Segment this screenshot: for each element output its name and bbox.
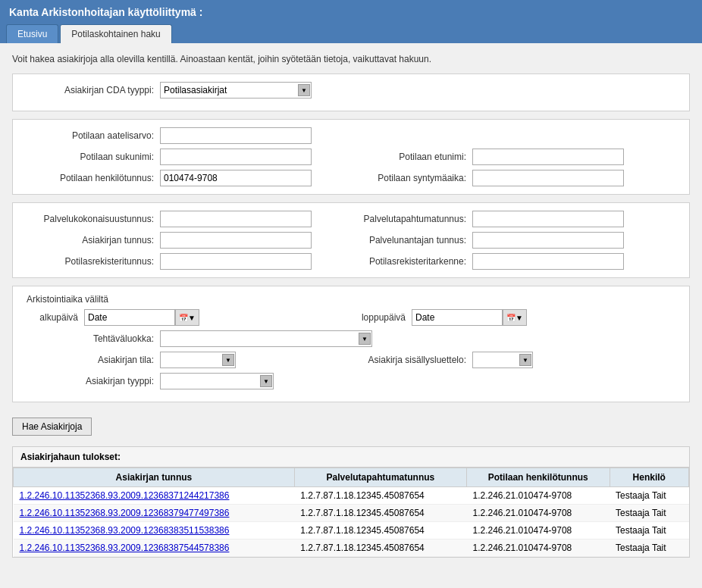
alkupaiva-wrapper: 📅▼ [84,309,199,326]
alkupaiva-input[interactable] [84,309,175,326]
results-header: Asiakirjahaun tulokset: [13,447,689,468]
tehtavalluokka-select[interactable] [160,330,372,347]
sukunimi-label: Potilaan sukunimi: [24,152,160,162]
sukunimi-etunimi-row: Potilaan sukunimi: Potilaan etunimi: [24,149,678,165]
potilasrekisteritunnus-col: Potilasrekisteritunnus: [24,253,351,270]
asiakirjan-tila-select-wrapper: ▼ [160,352,236,368]
potilasrekisteritarkenne-label: Potilasrekisteritarkenne: [351,256,472,267]
henkilotunnus-syntymaaika-row: Potilaan henkilötunnus: Potilaan syntymä… [24,170,678,186]
cda-type-row: Asiakirjan CDA tyyppi: Potilasasiakirjat… [24,82,678,99]
tab-bar: Etusivu Potilaskohtainen haku [0,24,702,43]
palvelutapahtumatunnus-label: Palvelutapahtumatunnus: [351,214,472,224]
cell-henkilo: Testaaja Tait [610,522,688,540]
aatelisarvo-input[interactable] [160,127,312,144]
loppupaiva-input[interactable] [412,309,503,326]
asiakirjan-tila-select[interactable] [160,352,236,368]
asiakirjan-tyyppi-select[interactable] [160,373,274,389]
doc-link[interactable]: 1.2.246.10.11352368.93.2009.123683794774… [20,508,230,518]
syntymaaika-input[interactable] [472,170,624,186]
sisallysluettelo-select[interactable] [472,352,533,368]
sukunimi-input[interactable] [160,149,312,165]
tehtavalluokka-select-wrapper: ▼ [160,330,372,347]
henkilotunnus-input[interactable] [160,170,312,186]
cda-type-select[interactable]: Potilasasiakirjat [160,82,312,99]
tab-etusivu[interactable]: Etusivu [6,24,58,43]
cell-tunnus: 1.2.246.10.11352368.93.2009.123683712442… [14,487,295,505]
app-title: Kanta Arkistonhoitajan käyttöliittymä : [0,0,702,24]
cell-tunnus: 1.2.246.10.11352368.93.2009.123683794774… [14,505,295,522]
potilasrekisteritunnus-label: Potilasrekisteritunnus: [24,256,160,267]
cell-henkilo: Testaaja Tait [610,487,688,505]
potilasrekisteritarkenne-input[interactable] [472,253,624,270]
asiakirjan-tunnus-col: Asiakirjan tunnus: [24,232,351,249]
asiakirjan-tyyppi-select-wrapper: ▼ [160,373,274,389]
henkilotunnus-label: Potilaan henkilötunnus: [24,173,160,183]
arkistointiaika-label: Arkistointiaika väliltä [27,294,678,305]
doc-link[interactable]: 1.2.246.10.11352368.93.2009.123683712442… [20,490,230,501]
col-header-henkilo: Henkilö [610,468,688,487]
col-header-palvelutapahtuma: Palvelutapahtumatunnus [294,468,466,487]
alkupaiva-calendar-button[interactable]: 📅▼ [175,309,199,326]
col-header-tunnus: Asiakirjan tunnus [14,468,295,487]
document-ids-section: Palvelukokonaisuustunnus: Palvelutapahtu… [12,202,690,278]
cda-type-label: Asiakirjan CDA tyyppi: [24,85,160,95]
loppupaiva-col: loppupäivä 📅▼ [351,309,678,326]
table-row: 1.2.246.10.11352368.93.2009.123683835115… [14,522,689,540]
cell-henkilotunnus: 1.2.246.21.010474-9708 [466,505,610,522]
cell-tunnus: 1.2.246.10.11352368.93.2009.123683835115… [14,522,295,540]
sukunimi-col: Potilaan sukunimi: [24,149,351,165]
cell-henkilotunnus: 1.2.246.21.010474-9708 [466,522,610,540]
cell-palvelutapahtuma: 1.2.7.87.1.18.12345.45087654 [294,540,466,557]
syntymaaika-label: Potilaan syntymäaika: [351,173,472,183]
palvelukokonaisuus-palvelutapahtuma-row: Palvelukokonaisuustunnus: Palvelutapahtu… [24,211,678,227]
alkupaiva-col: alkupäivä 📅▼ [24,309,351,326]
palvelukokonaisuus-col: Palvelukokonaisuustunnus: [24,211,351,227]
cell-henkilo: Testaaja Tait [610,540,688,557]
tehtavalluokka-label: Tehtäväluokka: [24,333,160,344]
palvelunantaja-col: Palvelunantajan tunnus: [351,232,678,249]
description-text: Voit hakea asiakirjoja alla olevilla ken… [12,54,690,64]
loppupaiva-calendar-button[interactable]: 📅▼ [503,309,527,326]
asiakirjan-tila-label: Asiakirjan tila: [24,355,160,365]
patient-fields-section: Potilaan aatelisarvo: Potilaan sukunimi:… [12,119,690,195]
main-content: Voit hakea asiakirjoja alla olevilla ken… [0,43,702,568]
sisallysluettelo-label: Asiakirja sisällysluettelo: [351,355,472,365]
aatelisarvo-label: Potilaan aatelisarvo: [24,130,160,141]
calendar-icon: 📅 [179,314,188,322]
dates-row: alkupäivä 📅▼ loppupäivä 📅▼ [24,309,678,326]
asiakirjan-tunnus-input[interactable] [160,232,312,249]
doc-link[interactable]: 1.2.246.10.11352368.93.2009.123683835115… [20,525,230,536]
cda-type-select-wrapper: Potilasasiakirjat ▼ [160,82,312,99]
tila-col: Asiakirjan tila: ▼ [24,352,351,368]
loppupaiva-label: loppupäivä [351,312,412,323]
cell-henkilo: Testaaja Tait [610,505,688,522]
palvelunantajan-tunnus-input[interactable] [472,232,624,249]
cda-type-section: Asiakirjan CDA tyyppi: Potilasasiakirjat… [12,74,690,111]
cell-palvelutapahtuma: 1.2.7.87.1.18.12345.45087654 [294,522,466,540]
search-button[interactable]: Hae Asiakirjoja [12,418,92,436]
aatelisarvo-row: Potilaan aatelisarvo: [24,127,678,144]
tila-sisallys-row: Asiakirjan tila: ▼ Asiakirja sisällyslue… [24,352,678,368]
doc-link[interactable]: 1.2.246.10.11352368.93.2009.123683875445… [20,543,230,553]
asiakirjan-tyyppi-row: Asiakirjan tyyppi: ▼ [24,373,678,389]
cell-henkilotunnus: 1.2.246.21.010474-9708 [466,540,610,557]
etunimi-input[interactable] [472,149,624,165]
palvelutapahtumatunnus-input[interactable] [472,211,624,227]
palvelukokonaisuustunnus-input[interactable] [160,211,312,227]
asiakirjan-tunnus-label: Asiakirjan tunnus: [24,235,160,246]
henkilotunnus-col: Potilaan henkilötunnus: [24,170,351,186]
syntymaaika-col: Potilaan syntymäaika: [351,170,678,186]
sisallys-col: Asiakirja sisällysluettelo: ▼ [351,352,678,368]
tehtavalluokka-row: Tehtäväluokka: ▼ [24,330,678,347]
potilasrekisteritunnus-input[interactable] [160,253,312,270]
palvelunantajan-tunnus-label: Palvelunantajan tunnus: [351,235,472,246]
asiakirjan-tyyppi-label: Asiakirjan tyyppi: [24,376,160,386]
potilasrekisteritarkenne-col: Potilasrekisteritarkenne: [351,253,678,270]
palvelutapahtuma-col: Palvelutapahtumatunnus: [351,211,678,227]
potilasrekisteri-row: Potilasrekisteritunnus: Potilasrekisteri… [24,253,678,270]
filters-section: Arkistointiaika väliltä alkupäivä 📅▼ lop… [12,286,690,402]
tab-potilaskohtainen[interactable]: Potilaskohtainen haku [60,24,171,43]
cell-palvelutapahtuma: 1.2.7.87.1.18.12345.45087654 [294,505,466,522]
cell-tunnus: 1.2.246.10.11352368.93.2009.123683875445… [14,540,295,557]
alkupaiva-label: alkupäivä [24,312,84,323]
